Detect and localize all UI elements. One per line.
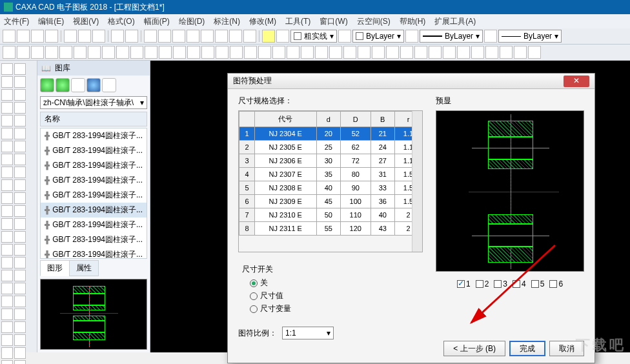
tb-misc7[interactable] — [229, 30, 242, 43]
table-row[interactable]: 2NJ 2305 E2562241.1 — [239, 141, 422, 154]
list-item[interactable]: GB/T 283-1994圆柱滚子... — [41, 203, 147, 217]
vtool-btn[interactable] — [14, 231, 26, 243]
vtool-btn[interactable] — [1, 257, 13, 268]
tb2-btn[interactable] — [244, 46, 257, 59]
tb2-btn[interactable] — [528, 46, 541, 59]
tb2-btn[interactable] — [17, 46, 30, 59]
tb-copy[interactable] — [78, 30, 91, 43]
vtool-btn[interactable] — [14, 283, 26, 294]
vtool-btn[interactable] — [14, 128, 26, 139]
menu-item[interactable]: 标注(N) — [214, 16, 240, 27]
vtool-btn[interactable] — [14, 270, 26, 281]
tb-paste[interactable] — [92, 30, 105, 43]
vtool-btn[interactable] — [14, 244, 26, 256]
tb2-btn[interactable] — [400, 46, 413, 59]
search-button[interactable] — [86, 78, 101, 92]
tb2-btn[interactable] — [216, 46, 229, 59]
tb2-btn[interactable] — [88, 46, 101, 59]
prev-button[interactable]: < 上一步 (B) — [443, 341, 505, 356]
vtool-btn[interactable] — [14, 89, 26, 101]
tb2-btn[interactable] — [429, 46, 442, 59]
nav-fwd-button[interactable] — [56, 78, 70, 92]
finish-button[interactable]: 完成 — [509, 341, 545, 356]
vtool-btn[interactable] — [1, 179, 13, 191]
tab-shape[interactable]: 图形 — [40, 260, 70, 276]
tb2-btn[interactable] — [159, 46, 172, 59]
vtool-btn[interactable] — [14, 192, 26, 204]
tb-light[interactable] — [262, 30, 275, 43]
tb2-btn[interactable] — [485, 46, 498, 59]
table-row[interactable]: 4NJ 2307 E3580311.5 — [239, 168, 422, 181]
close-button[interactable]: ✕ — [564, 76, 589, 87]
menu-item[interactable]: 格式(O) — [108, 16, 134, 27]
vtool-btn[interactable] — [14, 76, 26, 88]
vtool-btn[interactable] — [1, 192, 13, 204]
vtool-btn[interactable] — [1, 63, 13, 75]
tb-open[interactable] — [17, 30, 30, 43]
tb-new[interactable] — [3, 30, 15, 43]
vtool-btn[interactable] — [14, 167, 26, 178]
vtool-btn[interactable] — [1, 308, 13, 320]
menu-item[interactable]: 云空间(S) — [357, 16, 391, 27]
vtool-btn[interactable] — [14, 154, 26, 165]
view-button[interactable] — [102, 78, 116, 92]
vtool-btn[interactable] — [14, 141, 26, 152]
vtool-btn[interactable] — [1, 89, 13, 101]
vtool-btn[interactable] — [1, 102, 13, 114]
color-combo[interactable]: ByLayer▾ — [352, 30, 404, 43]
vtool-btn[interactable] — [14, 308, 26, 320]
tb-lweight[interactable] — [484, 30, 497, 43]
menu-item[interactable]: 编辑(E) — [38, 16, 64, 27]
col-header[interactable]: d — [316, 112, 340, 127]
tb2-btn[interactable] — [457, 46, 470, 59]
vtool-btn[interactable] — [1, 167, 13, 178]
list-item[interactable]: GB/T 283-1994圆柱滚子... — [41, 232, 147, 247]
menu-item[interactable]: 扩展工具(A) — [434, 16, 476, 27]
tb2-btn[interactable] — [59, 46, 72, 59]
list-item[interactable]: GB/T 283-1994圆柱滚子... — [41, 143, 147, 158]
tb2-btn[interactable] — [343, 46, 356, 59]
menu-item[interactable]: 幅面(P) — [144, 16, 170, 27]
spec-table[interactable]: 代号dDBr 1NJ 2304 E2052211.12NJ 2305 E2562… — [239, 111, 422, 236]
vtool-btn[interactable] — [1, 141, 13, 152]
refresh-button[interactable] — [71, 78, 85, 92]
menu-item[interactable]: 修改(M) — [249, 16, 276, 27]
vtool-btn[interactable] — [14, 360, 26, 364]
tb-print[interactable] — [45, 30, 58, 43]
vtool-btn[interactable] — [14, 347, 26, 359]
tb-undo[interactable] — [111, 30, 124, 43]
vtool-btn[interactable] — [1, 283, 13, 294]
tb-misc1[interactable] — [144, 30, 157, 43]
radio-option[interactable]: 关 — [250, 278, 419, 288]
tb2-btn[interactable] — [3, 46, 15, 59]
tb2-btn[interactable] — [187, 46, 200, 59]
vtool-btn[interactable] — [1, 347, 13, 359]
tb-misc6[interactable] — [215, 30, 228, 43]
menu-item[interactable]: 视图(V) — [73, 16, 99, 27]
tab-props[interactable]: 属性 — [69, 260, 99, 276]
list-item[interactable]: GB/T 283-1994圆柱滚子... — [41, 158, 147, 173]
vtool-btn[interactable] — [14, 257, 26, 268]
dialog-titlebar[interactable]: 图符预处理 ✕ — [228, 74, 594, 89]
list-item[interactable]: GB/T 283-1994圆柱滚子... — [41, 173, 147, 188]
tb2-btn[interactable] — [272, 46, 285, 59]
vtool-btn[interactable] — [1, 296, 13, 307]
tb2-btn[interactable] — [130, 46, 143, 59]
tb2-btn[interactable] — [287, 46, 300, 59]
tb2-btn[interactable] — [74, 46, 86, 59]
table-row[interactable]: 8NJ 2311 E55120432 — [239, 222, 422, 236]
vtool-btn[interactable] — [1, 360, 13, 364]
menu-item[interactable]: 窗口(W) — [320, 16, 347, 27]
tb2-btn[interactable] — [201, 46, 214, 59]
vtool-btn[interactable] — [14, 321, 26, 333]
vtool-btn[interactable] — [1, 321, 13, 333]
view-checkbox[interactable]: 4 — [513, 279, 526, 288]
table-scrollbar[interactable] — [412, 111, 422, 252]
vtool-btn[interactable] — [1, 218, 13, 230]
vtool-btn[interactable] — [14, 179, 26, 191]
tb-layer-icon[interactable] — [276, 30, 289, 43]
view-checkbox[interactable]: 5 — [531, 279, 545, 288]
tb2-btn[interactable] — [173, 46, 186, 59]
table-row[interactable]: 5NJ 2308 E4090331.5 — [239, 181, 422, 195]
tb2-btn[interactable] — [514, 46, 527, 59]
